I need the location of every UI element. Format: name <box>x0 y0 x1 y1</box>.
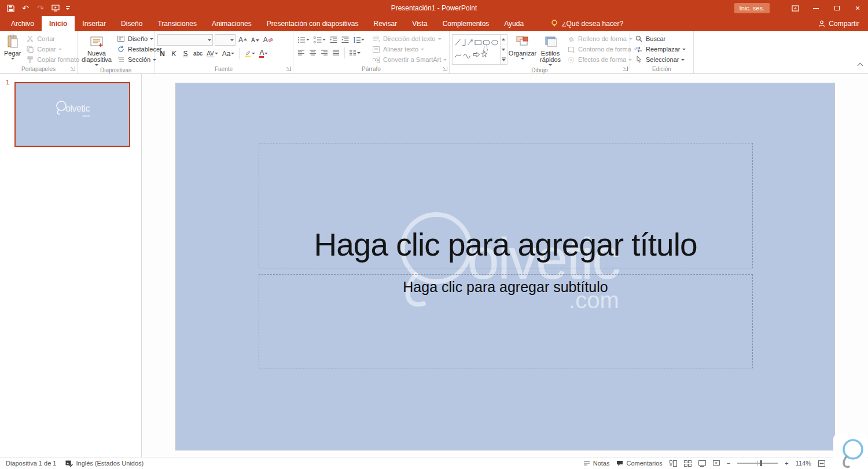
align-right-button[interactable] <box>319 47 329 58</box>
tab-vista[interactable]: Vista <box>404 16 435 31</box>
notes-label: Notas <box>593 460 610 467</box>
slide[interactable]: olvetic .com Haga clic para agregar títu… <box>175 83 835 450</box>
tab-ayuda[interactable]: Ayuda <box>496 16 531 31</box>
align-text-icon <box>372 46 381 53</box>
change-case-label: Aa <box>222 50 231 58</box>
undo-icon[interactable]: ↶ <box>19 1 32 15</box>
redo-icon[interactable]: ↷ <box>34 1 47 15</box>
scroll-up-icon[interactable] <box>501 35 507 45</box>
tab-animaciones[interactable]: Animaciones <box>204 16 259 31</box>
tab-presentacion[interactable]: Presentación con diapositivas <box>259 16 366 31</box>
underline-button[interactable]: S <box>181 48 190 59</box>
increase-indent-button[interactable] <box>340 34 350 45</box>
save-icon[interactable] <box>3 1 17 15</box>
start-slideshow-icon[interactable] <box>49 1 62 15</box>
zoom-out-button[interactable]: − <box>727 460 730 467</box>
grow-font-label: A <box>238 36 243 44</box>
font-name-input[interactable] <box>158 35 208 45</box>
tab-diseno[interactable]: Diseño <box>113 16 150 31</box>
select-button[interactable]: Seleccionar <box>632 54 688 65</box>
change-case-button[interactable]: Aa <box>221 48 236 59</box>
font-color-button[interactable]: A <box>258 48 269 59</box>
line-spacing-button[interactable] <box>352 34 366 45</box>
zoom-in-button[interactable]: + <box>785 460 788 467</box>
ribbon-display-options-icon[interactable] <box>785 0 806 16</box>
shape-effects-button[interactable]: Efectos de forma <box>564 54 639 65</box>
shapes-gallery-scrollbar[interactable] <box>500 35 507 64</box>
tell-me-box[interactable]: ¿Qué desea hacer? <box>547 16 627 31</box>
convert-smartart-button[interactable]: Convertir a SmartArt <box>369 54 449 65</box>
arrange-button[interactable]: Organizar <box>507 32 538 67</box>
tab-revisar[interactable]: Revisar <box>366 16 404 31</box>
title-placeholder-text: Haga clic para agregar título <box>314 226 697 268</box>
font-dialog-launcher[interactable] <box>286 67 291 71</box>
shape-outline-button[interactable]: Contorno de forma <box>564 44 639 54</box>
close-button[interactable]: × <box>847 0 868 16</box>
reading-view-button[interactable] <box>698 460 706 467</box>
language-selector[interactable]: Inglés (Estados Unidos) <box>65 460 144 467</box>
zoom-level[interactable]: 114% <box>796 460 811 467</box>
numbering-button[interactable] <box>312 34 327 45</box>
scroll-down-icon[interactable] <box>501 45 507 54</box>
subtitle-placeholder[interactable]: Haga clic para agregar subtítulo <box>259 274 753 368</box>
decrease-indent-button[interactable] <box>329 34 339 45</box>
drawing-dialog-launcher[interactable] <box>623 67 628 71</box>
font-size-input[interactable] <box>215 35 230 45</box>
new-slide-button[interactable]: Nueva diapositiva <box>79 32 114 67</box>
comments-toggle[interactable]: Comentarios <box>616 460 662 467</box>
clipboard-dialog-launcher[interactable] <box>71 67 75 71</box>
zoom-slider-thumb[interactable] <box>760 460 762 466</box>
shapes-gallery[interactable] <box>452 34 507 65</box>
fit-slide-button[interactable] <box>818 460 825 467</box>
shrink-font-button[interactable]: A <box>250 35 260 46</box>
minimize-button[interactable] <box>806 0 826 16</box>
customize-qat-icon[interactable] <box>64 1 72 15</box>
title-placeholder[interactable]: Haga clic para agregar título <box>259 143 753 268</box>
slideshow-view-button[interactable] <box>713 460 720 467</box>
bold-button[interactable]: N <box>157 48 167 59</box>
format-painter-button[interactable]: Copiar formato <box>23 54 82 65</box>
tab-complementos[interactable]: Complementos <box>435 16 497 31</box>
arrange-label: Organizar <box>509 50 536 57</box>
tab-transiciones[interactable]: Transiciones <box>150 16 204 31</box>
paste-button[interactable]: Pegar <box>2 32 23 65</box>
zoom-slider[interactable] <box>737 463 778 464</box>
font-size-combo <box>215 34 236 46</box>
cut-icon <box>25 35 35 42</box>
paragraph-dialog-launcher[interactable] <box>443 67 447 71</box>
justify-button[interactable] <box>331 47 341 58</box>
replace-button[interactable]: Reemplazar <box>632 44 688 54</box>
normal-view-button[interactable] <box>670 460 677 467</box>
shape-outline-label: Contorno de forma <box>578 46 631 53</box>
align-left-button[interactable] <box>296 47 306 58</box>
tab-inicio[interactable]: Inicio <box>42 16 75 31</box>
slide-sorter-view-button[interactable] <box>684 460 692 467</box>
collapse-ribbon-button[interactable] <box>858 60 862 70</box>
cut-button[interactable]: Cortar <box>23 34 82 44</box>
align-center-button[interactable] <box>308 47 318 58</box>
strikethrough-button[interactable]: abc <box>192 48 204 59</box>
sign-in-button[interactable]: Inic. ses. <box>734 3 770 13</box>
copy-button[interactable]: Copiar <box>23 44 82 54</box>
quick-styles-button[interactable]: Estilos rápidos <box>538 32 563 67</box>
slide-thumbnail[interactable]: olvetic .com <box>14 82 130 147</box>
clear-formatting-button[interactable]: A <box>262 35 274 46</box>
gallery-more-icon[interactable] <box>501 54 507 64</box>
quick-access-toolbar: ↶ ↷ <box>0 1 72 15</box>
text-highlight-button[interactable] <box>243 48 256 59</box>
italic-button[interactable]: K <box>169 48 179 59</box>
tab-archivo[interactable]: Archivo <box>3 16 42 31</box>
notes-toggle[interactable]: Notas <box>584 460 610 467</box>
align-text-button[interactable]: Alinear texto <box>369 44 449 54</box>
maximize-button[interactable] <box>826 0 847 16</box>
shape-fill-button[interactable]: Relleno de forma <box>564 34 639 44</box>
character-spacing-button[interactable]: AV <box>205 48 219 59</box>
bullets-button[interactable] <box>296 34 311 45</box>
find-button[interactable]: Buscar <box>632 34 688 44</box>
share-button[interactable]: Compartir <box>810 16 868 31</box>
tab-insertar[interactable]: Insertar <box>75 16 113 31</box>
text-direction-button[interactable]: Dirección del texto <box>369 34 449 44</box>
columns-button[interactable] <box>348 47 362 58</box>
thumbnail-watermark-sub: .com <box>82 114 90 117</box>
grow-font-button[interactable]: A <box>237 35 248 46</box>
